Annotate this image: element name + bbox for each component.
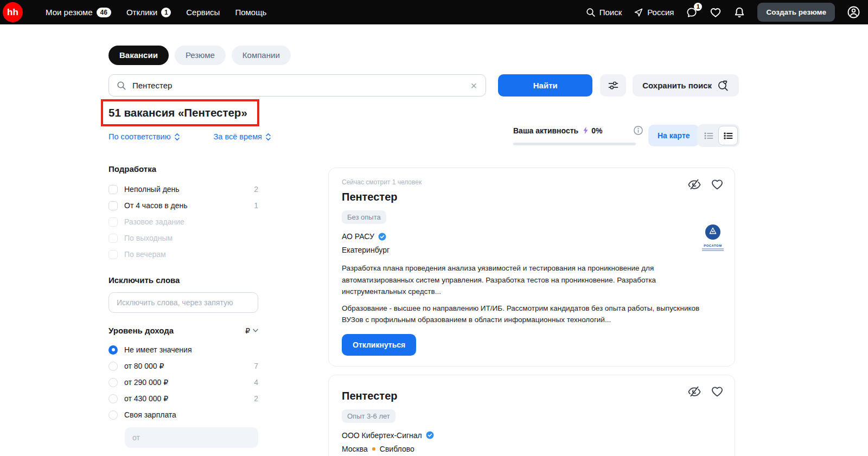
logo-caption-line (702, 248, 724, 249)
hh-logo[interactable]: hh (3, 2, 23, 22)
filter-label: Разовое задание (124, 217, 184, 226)
checkbox[interactable] (108, 185, 118, 194)
nav-left: Мои резюме 46 Отклики 1 Сервисы Помощь (46, 8, 266, 17)
filter-option-partday[interactable]: Неполный день 2 (108, 181, 258, 197)
filter-option-weekends: По выходным (108, 230, 258, 246)
currency-select[interactable]: ₽ (245, 326, 258, 335)
filter-label: По вечерам (124, 250, 166, 259)
radio[interactable] (108, 378, 118, 387)
find-button[interactable]: Найти (498, 74, 592, 97)
logo-caption-line (702, 250, 724, 251)
income-option-430000[interactable]: от 430 000 ₽ 2 (108, 390, 258, 407)
nav-item-responses[interactable]: Отклики 1 (126, 8, 171, 17)
radio[interactable] (108, 394, 118, 403)
list-view-detailed-button[interactable] (718, 126, 738, 145)
nav-item-services[interactable]: Сервисы (186, 8, 220, 17)
search-icon (586, 8, 596, 17)
nav-region-button[interactable]: Россия (634, 8, 674, 17)
filter-option-4hours[interactable]: От 4 часов в день 1 (108, 197, 258, 214)
tab-resumes[interactable]: Резюме (175, 46, 226, 65)
nav-search-label: Поиск (599, 8, 622, 17)
currency-label: ₽ (245, 326, 250, 335)
checkbox (108, 250, 118, 259)
lightning-icon (583, 126, 589, 134)
radio[interactable] (108, 410, 118, 420)
verified-badge-icon (426, 431, 434, 439)
rosatom-logo-text: РОСАТОМ (700, 244, 726, 247)
activity-widget: Ваша активность 0% (513, 125, 636, 145)
verified-badge-icon (378, 233, 386, 241)
checkbox (108, 217, 118, 227)
vacancy-title[interactable]: Пентестер (342, 389, 722, 403)
favorites-heart-icon[interactable] (710, 7, 722, 18)
city-label: Москва (342, 445, 368, 453)
save-search-button[interactable]: Сохранить поиск (633, 74, 739, 97)
radio[interactable] (108, 362, 118, 371)
filters-sidebar: Подработка Неполный день 2 От 4 часов в … (108, 164, 258, 456)
income-option-290000[interactable]: от 290 000 ₽ 4 (108, 374, 258, 390)
checkbox[interactable] (108, 201, 118, 210)
list-icon (724, 132, 733, 140)
income-option-any[interactable]: Не имеет значения (108, 342, 258, 358)
watching-now-label: Сейчас смотрит 1 человек (342, 178, 722, 186)
filter-option-evenings: По вечерам (108, 246, 258, 262)
create-resume-button[interactable]: Создать резюме (757, 3, 835, 22)
company-link[interactable]: АО РАСУ (342, 232, 722, 241)
messages-icon[interactable]: 1 (686, 7, 698, 18)
checkbox (108, 234, 118, 243)
vacancy-title[interactable]: Пентестер (342, 190, 722, 204)
favorite-heart-icon[interactable] (711, 385, 724, 398)
search-icon (117, 81, 126, 91)
sort-by-relevance-link[interactable]: По соответствию (108, 132, 180, 141)
list-view-compact-button[interactable] (699, 126, 718, 145)
filters-button[interactable] (600, 74, 626, 97)
nav-item-label: Сервисы (186, 8, 220, 17)
company-name: АО РАСУ (342, 232, 374, 241)
company-link[interactable]: ООО Кибертех-Сигнал (342, 431, 722, 440)
filter-label: По выходным (124, 234, 173, 242)
clear-search-icon[interactable]: × (470, 80, 478, 91)
notifications-bell-icon[interactable] (733, 7, 745, 18)
vacancy-description: Разработка плана проведения анализа уязв… (342, 262, 722, 326)
filter-title-parttime: Подработка (108, 164, 258, 174)
top-nav: hh Мои резюме 46 Отклики 1 Сервисы Помощ… (0, 0, 868, 24)
hide-vacancy-icon[interactable] (688, 385, 701, 398)
apply-button[interactable]: Откликнуться (342, 334, 416, 356)
exclude-words-input[interactable] (108, 292, 258, 313)
results-count-title: 51 вакансия «Пентестер» (108, 106, 247, 119)
radio-selected[interactable] (108, 345, 118, 355)
filter-count: 2 (254, 394, 258, 403)
search-row: × Найти Сохранить поиск (108, 74, 739, 97)
tab-vacancies[interactable]: Вакансии (108, 46, 169, 65)
filter-count: 1 (254, 201, 258, 210)
experience-badge: Опыт 3-6 лет (342, 409, 395, 423)
income-option-custom[interactable]: Своя зарплата (108, 407, 258, 423)
nav-item-help[interactable]: Помощь (235, 8, 266, 17)
period-label: За всё время (214, 132, 262, 141)
filter-label: Не имеет значения (124, 345, 192, 354)
salary-from-input[interactable] (125, 427, 258, 448)
income-option-80000[interactable]: от 80 000 ₽ 7 (108, 358, 258, 374)
search-input[interactable] (132, 81, 470, 90)
nav-search-button[interactable]: Поиск (586, 8, 622, 17)
profile-icon[interactable] (847, 5, 860, 19)
filter-option-income-specified[interactable]: Указан доход 7 (108, 452, 258, 456)
filter-title-income: Уровень дохода (108, 326, 174, 335)
company-logo-rosatom[interactable]: РОСАТОМ (700, 224, 726, 251)
hh-logo-text: hh (7, 7, 18, 18)
nav-item-label: Помощь (235, 8, 266, 17)
tab-companies[interactable]: Компании (232, 46, 291, 65)
favorite-heart-icon[interactable] (711, 178, 724, 191)
location-arrow-icon (634, 8, 643, 17)
map-view-button[interactable]: На карте (648, 125, 699, 146)
nav-item-my-resumes[interactable]: Мои резюме 46 (46, 8, 111, 17)
metro-station-label: Свиблово (380, 445, 414, 453)
search-heart-icon (717, 80, 729, 92)
chevron-down-icon (253, 329, 258, 332)
sort-chevrons-icon (265, 133, 271, 141)
info-icon[interactable] (633, 125, 643, 136)
filter-count: 4 (254, 378, 258, 387)
hide-vacancy-icon[interactable] (688, 178, 701, 191)
period-filter-link[interactable]: За всё время (214, 132, 271, 141)
filter-label: Своя зарплата (124, 410, 176, 419)
